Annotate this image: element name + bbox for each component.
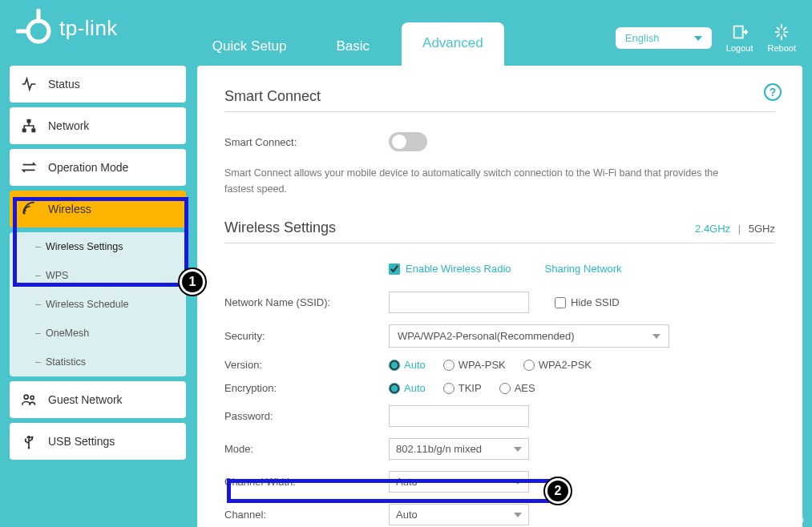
sidebar-wireless-submenu: Wireless Settings WPS Wireless Schedule … <box>10 232 186 376</box>
tab-quick-setup[interactable]: Quick Setup <box>195 27 305 66</box>
smart-connect-label: Smart Connect: <box>224 136 389 148</box>
svg-rect-17 <box>31 436 34 439</box>
sidebar-item-usb-settings[interactable]: USB Settings <box>10 423 186 460</box>
brand-icon <box>16 9 53 48</box>
hide-ssid-checkbox[interactable]: Hide SSID <box>555 296 620 308</box>
smart-connect-toggle[interactable] <box>389 132 427 151</box>
encryption-aes-radio[interactable]: AES <box>499 382 535 394</box>
sharing-network-link[interactable]: Sharing Network <box>545 263 622 275</box>
mode-label: Mode: <box>224 443 389 455</box>
usb-icon <box>21 433 37 449</box>
sidebar-sub-wireless-schedule[interactable]: Wireless Schedule <box>10 290 186 319</box>
sidebar-item-guest-network[interactable]: Guest Network <box>10 381 186 418</box>
sidebar-sub-wps[interactable]: WPS <box>10 261 186 290</box>
svg-rect-9 <box>27 119 31 123</box>
chevron-down-icon <box>514 513 522 517</box>
security-label: Security: <box>224 330 389 342</box>
brand-text: tp-link <box>59 16 118 41</box>
svg-point-14 <box>30 396 34 399</box>
version-label: Version: <box>224 359 389 371</box>
sidebar: Status Network Operation Mode Wireless W… <box>10 66 186 527</box>
version-wpa2-radio[interactable]: WPA2-PSK <box>523 359 592 371</box>
chevron-down-icon <box>514 447 522 452</box>
logo: tp-link <box>16 9 118 48</box>
watermark: wsxdn.com <box>760 514 804 524</box>
encryption-tkip-radio[interactable]: TKIP <box>443 382 482 394</box>
help-icon[interactable]: ? <box>764 83 782 101</box>
svg-line-6 <box>784 34 786 37</box>
svg-point-15 <box>28 447 30 449</box>
main-content: ? Smart Connect Smart Connect: Smart Con… <box>197 66 802 527</box>
svg-line-8 <box>784 28 786 30</box>
reboot-button[interactable]: Reboot <box>768 23 796 53</box>
sidebar-item-operation-mode[interactable]: Operation Mode <box>10 149 186 186</box>
header-right: English Logout Reboot <box>616 23 796 53</box>
version-auto-radio[interactable]: Auto <box>389 359 426 371</box>
enable-wireless-radio-checkbox[interactable]: Enable Wireless Radio <box>389 263 511 275</box>
language-select[interactable]: English <box>616 27 712 49</box>
sidebar-item-status[interactable]: Status <box>10 66 186 103</box>
band-24ghz[interactable]: 2.4GHz <box>695 223 730 235</box>
encryption-auto-radio[interactable]: Auto <box>389 382 426 394</box>
smart-connect-description: Smart Connect allows your mobile device … <box>224 165 737 197</box>
smart-connect-title: Smart Connect <box>224 88 775 105</box>
channel-width-label: Channel Width: <box>224 476 389 488</box>
layout: Status Network Operation Mode Wireless W… <box>0 66 812 527</box>
sidebar-sub-wireless-settings[interactable]: Wireless Settings <box>10 232 186 261</box>
divider <box>224 243 775 243</box>
wireless-settings-title: Wireless Settings <box>224 219 336 236</box>
sidebar-item-network[interactable]: Network <box>10 107 186 144</box>
chevron-down-icon <box>652 334 661 339</box>
sidebar-sub-onemesh[interactable]: OneMesh <box>10 319 186 348</box>
security-select[interactable]: WPA/WPA2-Personal(Recommended) <box>389 324 669 348</box>
channel-select[interactable]: Auto <box>389 504 529 525</box>
ssid-input[interactable] <box>389 292 529 313</box>
password-input[interactable] <box>389 405 529 427</box>
reboot-icon <box>773 23 790 41</box>
tab-advanced[interactable]: Advanced <box>402 22 504 66</box>
annotation-callout-1: 1 <box>180 269 205 295</box>
divider <box>224 111 775 112</box>
svg-line-5 <box>778 28 780 30</box>
channel-label: Channel: <box>224 509 389 521</box>
tab-basic[interactable]: Basic <box>318 27 387 66</box>
svg-rect-10 <box>22 128 26 132</box>
network-icon <box>21 118 37 134</box>
logout-button[interactable]: Logout <box>726 23 753 53</box>
svg-rect-11 <box>31 128 35 132</box>
status-icon <box>21 76 37 92</box>
band-5ghz[interactable]: 5GHz <box>749 223 775 235</box>
svg-line-7 <box>778 34 780 37</box>
annotation-callout-2: 2 <box>545 478 571 504</box>
version-wpa-radio[interactable]: WPA-PSK <box>443 359 506 371</box>
header: tp-link Quick Setup Basic Advanced Engli… <box>0 0 812 66</box>
wireless-icon <box>21 201 37 217</box>
guest-network-icon <box>21 392 37 408</box>
band-selector: 2.4GHz | 5GHz <box>695 223 775 235</box>
mode-select[interactable]: 802.11b/g/n mixed <box>389 438 529 460</box>
encryption-label: Encryption: <box>224 382 389 394</box>
ssid-label: Network Name (SSID): <box>224 296 389 308</box>
logout-icon <box>731 23 749 41</box>
password-label: Password: <box>224 410 389 422</box>
svg-point-16 <box>25 439 26 441</box>
sidebar-item-wireless[interactable]: Wireless <box>10 191 186 227</box>
svg-point-12 <box>23 212 26 215</box>
operation-mode-icon <box>21 159 37 175</box>
nav-tabs: Quick Setup Basic Advanced <box>195 22 519 66</box>
language-value: English <box>625 32 660 44</box>
channel-width-select[interactable]: Auto <box>389 471 529 493</box>
svg-point-13 <box>24 395 28 399</box>
chevron-down-icon <box>694 36 702 41</box>
svg-point-0 <box>28 21 49 42</box>
sidebar-sub-statistics[interactable]: Statistics <box>10 348 186 376</box>
chevron-down-icon <box>514 480 522 485</box>
